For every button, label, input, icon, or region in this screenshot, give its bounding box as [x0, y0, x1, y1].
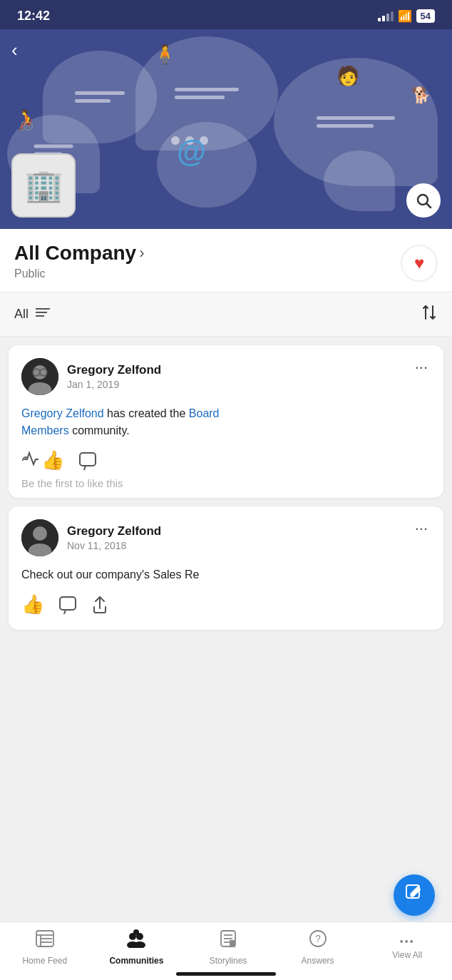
- nav-communities[interactable]: Communities: [109, 929, 163, 966]
- heart-icon: ♥: [414, 253, 424, 273]
- speech-bubble-6: [324, 150, 395, 211]
- battery-indicator: 54: [416, 9, 435, 23]
- post-author-row-2: Gregory Zelfond Nov 11, 2018: [21, 519, 161, 556]
- storylines-icon: [219, 929, 237, 953]
- comment-button-2[interactable]: [58, 593, 77, 616]
- post-actions: 👍: [21, 449, 431, 471]
- post-text-middle: has created the: [107, 407, 189, 419]
- post-author-info-2: Gregory Zelfond Nov 11, 2018: [67, 524, 161, 551]
- figure-wheelchair: 🧑‍🦽: [13, 108, 38, 131]
- post-header: Gregory Zelfond Jan 1, 2019 ···: [21, 358, 431, 395]
- post-author-info: Gregory Zelfond Jan 1, 2019: [67, 363, 161, 390]
- signal-icon: [378, 11, 394, 21]
- nav-view-all-label: View All: [392, 950, 422, 960]
- compose-icon: [405, 884, 423, 907]
- svg-rect-15: [60, 597, 76, 610]
- status-icons: 📶 54: [378, 9, 435, 23]
- post-date-2: Nov 11, 2018: [67, 540, 161, 551]
- status-time: 12:42: [17, 9, 50, 24]
- post-text-end: community.: [72, 424, 130, 437]
- hero-banner: @ 🧑‍🦽 🧍 🧑 🐕 ‹ 🏢: [0, 29, 452, 229]
- speech-bubble-5: [157, 122, 257, 208]
- nav-home-feed-label: Home Feed: [22, 956, 67, 966]
- view-all-icon: •••: [400, 936, 415, 947]
- back-button[interactable]: ‹: [11, 39, 18, 61]
- feed: Gregory Zelfond Jan 1, 2019 ··· Gregory …: [0, 337, 452, 708]
- wifi-icon: 📶: [398, 9, 412, 23]
- community-name-row[interactable]: All Company ›: [14, 242, 144, 265]
- figure-dog: 🐕: [411, 86, 431, 105]
- search-icon: [415, 192, 432, 209]
- post-author-name-2: Gregory Zelfond: [67, 524, 161, 539]
- post-content-2: Check out our company's Sales Re: [21, 566, 431, 583]
- author-link[interactable]: Gregory Zelfond: [21, 407, 104, 419]
- home-feed-icon: [35, 929, 55, 953]
- post-author-row: Gregory Zelfond Jan 1, 2019: [21, 358, 161, 395]
- building-icon: 🏢: [24, 167, 63, 204]
- svg-line-1: [427, 204, 431, 208]
- post-menu-button-2[interactable]: ···: [412, 519, 431, 538]
- search-button[interactable]: [406, 183, 441, 218]
- filter-icon: [36, 307, 50, 322]
- svg-point-24: [133, 929, 139, 935]
- answers-icon: ?: [309, 929, 327, 953]
- nav-home-feed[interactable]: Home Feed: [20, 929, 70, 966]
- filter-bar: All: [0, 292, 452, 337]
- nav-answers[interactable]: ? Answers: [293, 929, 343, 966]
- sort-button[interactable]: [421, 304, 438, 325]
- nav-view-all[interactable]: ••• View All: [382, 936, 432, 960]
- figure-standing: 🧑: [337, 65, 359, 87]
- post-author-name: Gregory Zelfond: [67, 363, 161, 377]
- post-card-2: Gregory Zelfond Nov 11, 2018 ··· Check o…: [9, 506, 443, 630]
- post-date: Jan 1, 2019: [67, 379, 161, 390]
- svg-text:?: ?: [315, 933, 321, 944]
- figure-sitting: 🧍: [153, 44, 176, 66]
- at-symbol: @: [177, 135, 206, 169]
- compose-fab-button[interactable]: [394, 874, 435, 916]
- post-content: Gregory Zelfond has created the BoardMem…: [21, 405, 431, 439]
- avatar: [21, 358, 58, 395]
- svg-rect-11: [80, 453, 96, 466]
- comment-button[interactable]: [78, 449, 97, 471]
- nav-answers-label: Answers: [302, 956, 334, 966]
- post-likes-text: Be the first to like this: [21, 477, 431, 489]
- community-visibility: Public: [14, 267, 144, 280]
- nav-communities-label: Communities: [109, 956, 163, 966]
- status-bar: 12:42 📶 54: [0, 0, 452, 29]
- like-community-button[interactable]: ♥: [401, 245, 438, 282]
- avatar-2: [21, 519, 58, 556]
- nav-storylines-label: Storylines: [210, 956, 247, 966]
- post-actions-2: 👍: [21, 593, 431, 616]
- like-button[interactable]: 👍: [21, 449, 64, 471]
- like-button-2[interactable]: 👍: [21, 593, 44, 616]
- post-header-2: Gregory Zelfond Nov 11, 2018 ···: [21, 519, 431, 556]
- community-name: All Company: [14, 242, 136, 265]
- post-card: Gregory Zelfond Jan 1, 2019 ··· Gregory …: [9, 345, 443, 498]
- nav-storylines[interactable]: Storylines: [203, 929, 253, 966]
- community-details: All Company › Public: [14, 242, 144, 280]
- community-info: All Company › Public ♥: [0, 229, 452, 292]
- svg-point-13: [33, 526, 47, 541]
- communities-icon: [125, 929, 147, 953]
- share-button-2[interactable]: [91, 593, 108, 616]
- filter-label: All: [14, 307, 29, 322]
- home-indicator: [176, 972, 276, 976]
- community-logo: 🏢: [11, 153, 76, 218]
- community-arrow-icon: ›: [139, 244, 144, 262]
- bottom-nav: Home Feed Communities Storylines: [0, 922, 452, 980]
- post-menu-button[interactable]: ···: [412, 358, 431, 377]
- filter-left[interactable]: All: [14, 307, 50, 322]
